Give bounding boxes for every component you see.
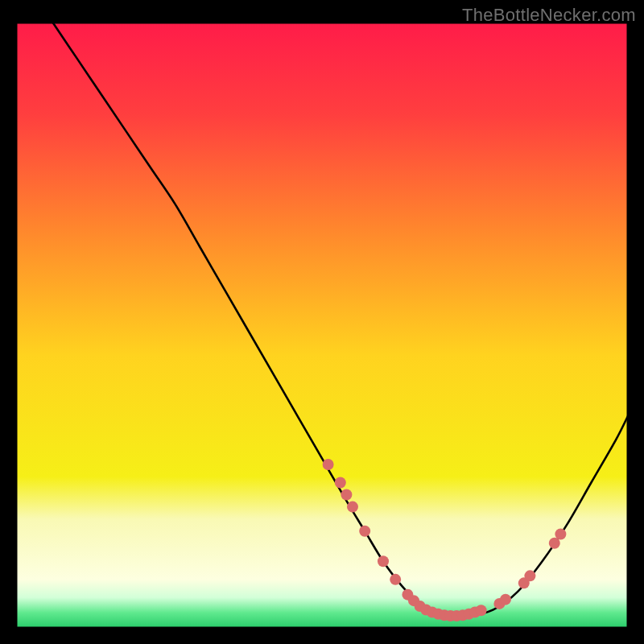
curve-marker [378,555,389,567]
curve-marker [390,574,401,585]
curve-marker [524,570,535,581]
curve-marker [500,594,511,605]
curve-marker [359,526,370,537]
curve-marker [341,489,352,501]
plot-background [16,23,628,628]
plot-container [16,23,628,628]
curve-marker [476,605,487,616]
curve-marker [335,477,346,489]
chart-stage: TheBottleNecker.com [0,0,644,644]
curve-marker [347,502,358,513]
curve-marker [323,459,334,470]
watermark-text: TheBottleNecker.com [462,5,636,26]
curve-marker [555,528,566,539]
chart-svg [16,23,628,628]
